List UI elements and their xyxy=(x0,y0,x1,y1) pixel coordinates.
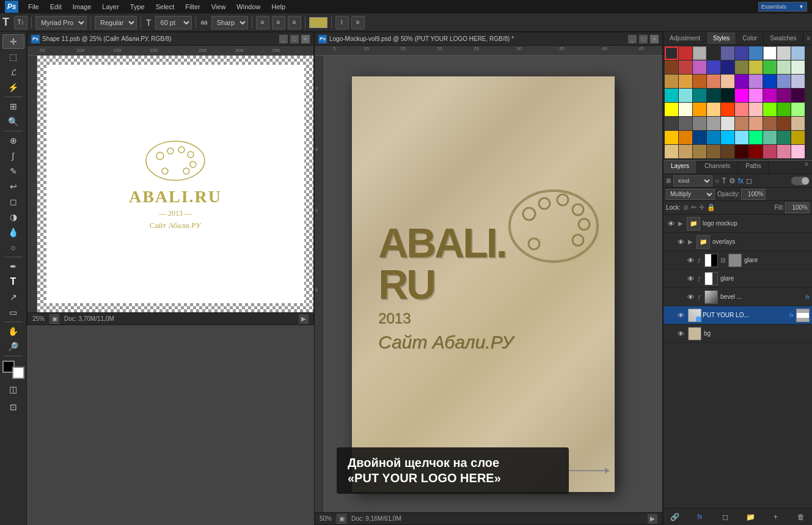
text-color-swatch[interactable] xyxy=(309,17,327,28)
doc-small-minimize-btn[interactable]: _ xyxy=(279,35,288,43)
brush-tool[interactable]: ∫ xyxy=(2,149,24,163)
swatch-pale-gold[interactable] xyxy=(665,145,678,158)
swatch-orange-gold[interactable] xyxy=(679,75,692,88)
tab-layers[interactable]: Layers xyxy=(664,161,697,174)
swatch-dark-blue[interactable] xyxy=(721,61,734,74)
workspace-arrow[interactable]: ▼ xyxy=(799,4,804,10)
swatch-violet[interactable] xyxy=(735,75,748,88)
anti-alias-select[interactable]: Sharp xyxy=(211,16,248,29)
crop-tool[interactable]: ⊞ xyxy=(2,99,24,114)
color-boxes[interactable] xyxy=(2,361,24,379)
add-mask-btn[interactable]: ◻ xyxy=(719,511,731,523)
swatch-yellow-green[interactable] xyxy=(749,61,763,74)
font-family-select[interactable]: Myriad Pro xyxy=(35,16,87,29)
new-group-btn[interactable]: 📁 xyxy=(744,511,756,523)
marquee-tool[interactable]: ⬚ xyxy=(2,50,24,64)
layer-item-overlays[interactable]: 👁 ▶ 📁 overlays xyxy=(664,233,812,251)
filter-icon-5[interactable]: ◻ xyxy=(746,177,752,185)
swatch-dark-yellow[interactable] xyxy=(791,131,805,144)
swatch-cerulean[interactable] xyxy=(707,131,720,144)
tab-paths[interactable]: Paths xyxy=(738,161,769,174)
swatch-gray[interactable] xyxy=(693,46,706,60)
layer-item-glare2[interactable]: 👁 ƒ glare xyxy=(664,270,812,288)
swatch-light-magenta[interactable] xyxy=(749,89,763,102)
doc-small-close-btn[interactable]: × xyxy=(301,35,310,43)
swatch-rose[interactable] xyxy=(777,145,791,158)
swatch-amber[interactable] xyxy=(665,131,678,144)
swatch-sienna[interactable] xyxy=(777,117,791,130)
layer-eye-bg[interactable]: 👁 xyxy=(676,329,686,339)
align-right-btn[interactable]: ≡ xyxy=(288,16,301,29)
layer-expand-overlays[interactable]: ▶ xyxy=(688,238,693,245)
swatch-dark-purple[interactable] xyxy=(791,89,805,102)
quick-mask-btn[interactable]: ◫ xyxy=(2,382,24,397)
magic-wand-tool[interactable]: ⚡ xyxy=(2,80,24,95)
swatch-purple[interactable] xyxy=(735,46,748,60)
filter-icon-1[interactable]: ○ xyxy=(715,177,719,185)
layer-eye-overlays[interactable]: 👁 xyxy=(676,237,686,247)
menu-image[interactable]: Image xyxy=(68,2,97,12)
layer-item-glare1[interactable]: 👁 ƒ ⛓ glare xyxy=(664,251,812,270)
layer-item-logo-mockup[interactable]: 👁 ▶ 📁 logo mockup xyxy=(664,215,812,233)
layer-eye-bevel[interactable]: 👁 xyxy=(686,292,695,302)
blur-tool[interactable]: 💧 xyxy=(2,225,24,240)
swatch-teal[interactable] xyxy=(693,89,706,102)
doc-large-minimize-btn[interactable]: _ xyxy=(628,35,637,43)
menu-window[interactable]: Window xyxy=(232,2,265,12)
layer-eye-glare2[interactable]: 👁 xyxy=(686,274,695,284)
swatch-sandybrown[interactable] xyxy=(791,117,805,130)
swatch-light-tan[interactable] xyxy=(749,117,763,130)
swatch-pale-pink[interactable] xyxy=(791,145,805,158)
doc-small-canvas[interactable]: ABALI.RU — 2013 — Сайт Абали.РУ xyxy=(37,56,313,312)
swatch-purple-blue[interactable] xyxy=(721,46,734,60)
menu-layer[interactable]: Layer xyxy=(97,2,124,12)
lock-image-icon[interactable]: ✏ xyxy=(691,204,697,211)
align-center-btn[interactable]: ≡ xyxy=(272,16,285,29)
swatch-dark-seafoam[interactable] xyxy=(777,131,791,144)
swatch-coffee[interactable] xyxy=(721,145,734,158)
swatch-light-gray[interactable] xyxy=(777,46,791,60)
zoom-tool[interactable]: 🔎 xyxy=(2,339,24,354)
doc-small-info-btn[interactable]: ▣ xyxy=(49,314,59,324)
clone-stamp-tool[interactable]: ✎ xyxy=(2,164,24,178)
swatch-red2[interactable] xyxy=(679,61,692,74)
healing-brush-tool[interactable]: ⊕ xyxy=(2,133,24,148)
swatch-navy[interactable] xyxy=(693,131,706,144)
filter-kind-select[interactable]: Kind xyxy=(673,175,712,186)
swatch-tan[interactable] xyxy=(735,117,748,130)
fill-input[interactable] xyxy=(785,202,810,213)
swatch-royal-blue[interactable] xyxy=(763,75,777,88)
swatch-pink[interactable] xyxy=(693,61,706,74)
menu-file[interactable]: File xyxy=(23,2,44,12)
swatch-pale-green[interactable] xyxy=(791,61,805,74)
swatch-seafoam[interactable] xyxy=(763,131,777,144)
tab-color[interactable]: Color xyxy=(736,32,764,44)
swatch-med-gray[interactable] xyxy=(679,117,692,130)
swatch-darkest-teal[interactable] xyxy=(721,89,734,102)
swatch-sky-blue[interactable] xyxy=(721,131,734,144)
layer-expand-logo-mockup[interactable]: ▶ xyxy=(678,220,683,227)
swatch-light-cyan[interactable] xyxy=(679,89,692,102)
swatch-dark-maroon[interactable] xyxy=(735,145,748,158)
tab-adjustment[interactable]: Adjustment xyxy=(664,32,707,44)
layer-eye-logo-mockup[interactable]: 👁 xyxy=(666,219,676,229)
swatch-pale-red[interactable] xyxy=(749,103,763,116)
swatch-golden[interactable] xyxy=(679,145,692,158)
doc-large-info-btn[interactable]: ▣ xyxy=(337,514,346,524)
swatch-mid-gray[interactable] xyxy=(693,117,706,130)
gradient-tool[interactable]: ◑ xyxy=(2,210,24,224)
menu-view[interactable]: View xyxy=(207,2,231,12)
align-left-btn[interactable]: ≡ xyxy=(256,16,269,29)
swatch-cyan[interactable] xyxy=(665,89,678,102)
menu-type[interactable]: Type xyxy=(125,2,150,12)
path-selection-tool[interactable]: ↗ xyxy=(2,290,24,304)
link-layers-btn[interactable]: 🔗 xyxy=(668,511,681,523)
background-color[interactable] xyxy=(12,367,24,379)
swatch-brown[interactable] xyxy=(665,61,678,74)
doc-large-close-btn[interactable]: × xyxy=(650,35,659,43)
swatch-light-blue[interactable] xyxy=(791,46,805,60)
doc-large-nav-btn[interactable]: ▶ xyxy=(648,514,657,524)
tab-channels[interactable]: Channels xyxy=(697,161,738,174)
swatch-light-sky[interactable] xyxy=(735,131,748,144)
shape-tool[interactable]: ▭ xyxy=(2,305,24,320)
